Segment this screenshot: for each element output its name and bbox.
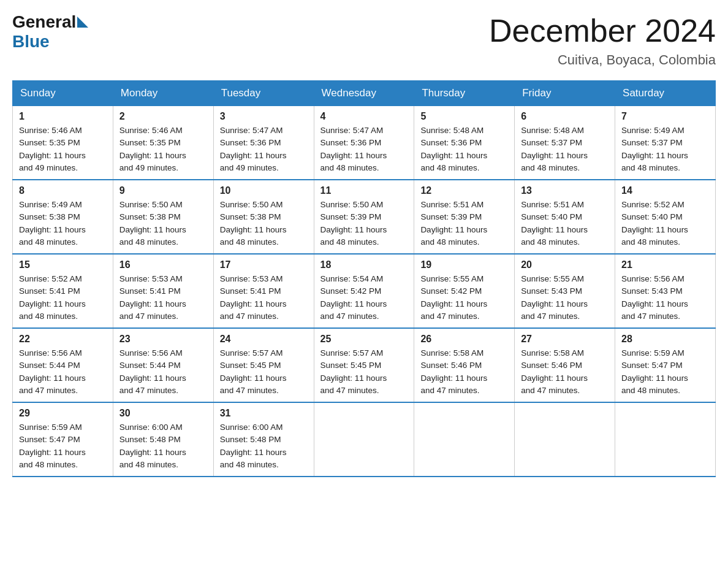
day-info: Sunrise: 5:57 AMSunset: 5:45 PMDaylight:… (220, 347, 308, 397)
header-thursday: Thursday (414, 81, 515, 106)
calendar-cell: 26Sunrise: 5:58 AMSunset: 5:46 PMDayligh… (414, 328, 515, 402)
day-number: 23 (119, 334, 207, 345)
calendar-cell: 19Sunrise: 5:55 AMSunset: 5:42 PMDayligh… (414, 254, 515, 328)
calendar-cell: 2Sunrise: 5:46 AMSunset: 5:35 PMDaylight… (113, 106, 213, 180)
day-number: 10 (220, 185, 308, 196)
calendar-cell: 21Sunrise: 5:56 AMSunset: 5:43 PMDayligh… (615, 254, 716, 328)
calendar-cell: 13Sunrise: 5:51 AMSunset: 5:40 PMDayligh… (515, 180, 615, 254)
calendar-cell: 6Sunrise: 5:48 AMSunset: 5:37 PMDaylight… (515, 106, 615, 180)
header-monday: Monday (113, 81, 213, 106)
calendar-cell: 15Sunrise: 5:52 AMSunset: 5:41 PMDayligh… (13, 254, 113, 328)
calendar-cell: 14Sunrise: 5:52 AMSunset: 5:40 PMDayligh… (615, 180, 716, 254)
day-info: Sunrise: 5:47 AMSunset: 5:36 PMDaylight:… (220, 124, 308, 174)
day-info: Sunrise: 5:49 AMSunset: 5:38 PMDaylight:… (19, 199, 107, 248)
day-info: Sunrise: 5:50 AMSunset: 5:38 PMDaylight:… (119, 199, 207, 248)
day-number: 3 (220, 111, 308, 122)
month-title: December 2024 (489, 12, 716, 49)
calendar-cell (615, 402, 716, 477)
day-number: 15 (19, 259, 107, 270)
header-friday: Friday (515, 81, 615, 106)
day-info: Sunrise: 5:56 AMSunset: 5:43 PMDaylight:… (621, 273, 709, 323)
day-number: 18 (320, 259, 408, 270)
calendar-cell: 10Sunrise: 5:50 AMSunset: 5:38 PMDayligh… (213, 180, 314, 254)
day-info: Sunrise: 5:59 AMSunset: 5:47 PMDaylight:… (19, 421, 107, 471)
day-info: Sunrise: 5:56 AMSunset: 5:44 PMDaylight:… (119, 347, 207, 397)
day-number: 16 (119, 259, 207, 270)
day-number: 20 (521, 259, 609, 270)
day-number: 29 (19, 408, 107, 419)
day-number: 28 (621, 334, 709, 345)
calendar-cell: 30Sunrise: 6:00 AMSunset: 5:48 PMDayligh… (113, 402, 213, 477)
day-number: 1 (19, 111, 107, 122)
calendar-week-row: 29Sunrise: 5:59 AMSunset: 5:47 PMDayligh… (13, 402, 716, 477)
day-number: 6 (521, 111, 609, 122)
calendar-table: SundayMondayTuesdayWednesdayThursdayFrid… (12, 80, 716, 477)
day-info: Sunrise: 5:51 AMSunset: 5:40 PMDaylight:… (521, 199, 609, 248)
day-number: 31 (220, 408, 308, 419)
calendar-cell: 8Sunrise: 5:49 AMSunset: 5:38 PMDaylight… (13, 180, 113, 254)
calendar-cell: 5Sunrise: 5:48 AMSunset: 5:36 PMDaylight… (414, 106, 515, 180)
header-sunday: Sunday (13, 81, 113, 106)
day-number: 24 (220, 334, 308, 345)
day-number: 7 (621, 111, 709, 122)
calendar-cell: 18Sunrise: 5:54 AMSunset: 5:42 PMDayligh… (314, 254, 414, 328)
day-number: 9 (119, 185, 207, 196)
calendar-week-row: 8Sunrise: 5:49 AMSunset: 5:38 PMDaylight… (13, 180, 716, 254)
calendar-cell: 7Sunrise: 5:49 AMSunset: 5:37 PMDaylight… (615, 106, 716, 180)
calendar-cell (414, 402, 515, 477)
day-number: 22 (19, 334, 107, 345)
calendar-cell (314, 402, 414, 477)
calendar-cell: 12Sunrise: 5:51 AMSunset: 5:39 PMDayligh… (414, 180, 515, 254)
day-info: Sunrise: 5:50 AMSunset: 5:39 PMDaylight:… (320, 199, 408, 248)
calendar-cell: 4Sunrise: 5:47 AMSunset: 5:36 PMDaylight… (314, 106, 414, 180)
page-header: General Blue December 2024 Cuitiva, Boya… (12, 12, 716, 68)
logo-blue: Blue (12, 32, 50, 52)
day-info: Sunrise: 5:58 AMSunset: 5:46 PMDaylight:… (521, 347, 609, 397)
day-info: Sunrise: 5:51 AMSunset: 5:39 PMDaylight:… (420, 199, 508, 248)
calendar-cell: 16Sunrise: 5:53 AMSunset: 5:41 PMDayligh… (113, 254, 213, 328)
calendar-cell: 23Sunrise: 5:56 AMSunset: 5:44 PMDayligh… (113, 328, 213, 402)
calendar-cell: 28Sunrise: 5:59 AMSunset: 5:47 PMDayligh… (615, 328, 716, 402)
day-info: Sunrise: 5:55 AMSunset: 5:43 PMDaylight:… (521, 273, 609, 323)
day-number: 19 (420, 259, 508, 270)
calendar-cell: 11Sunrise: 5:50 AMSunset: 5:39 PMDayligh… (314, 180, 414, 254)
day-info: Sunrise: 5:50 AMSunset: 5:38 PMDaylight:… (220, 199, 308, 248)
day-info: Sunrise: 5:53 AMSunset: 5:41 PMDaylight:… (119, 273, 207, 323)
day-info: Sunrise: 5:47 AMSunset: 5:36 PMDaylight:… (320, 124, 408, 174)
day-info: Sunrise: 5:57 AMSunset: 5:45 PMDaylight:… (320, 347, 408, 397)
day-number: 5 (420, 111, 508, 122)
day-info: Sunrise: 5:54 AMSunset: 5:42 PMDaylight:… (320, 273, 408, 323)
logo-arrow-icon (77, 17, 88, 28)
header-tuesday: Tuesday (213, 81, 314, 106)
calendar-header-row: SundayMondayTuesdayWednesdayThursdayFrid… (13, 81, 716, 106)
day-number: 30 (119, 408, 207, 419)
day-info: Sunrise: 5:53 AMSunset: 5:41 PMDaylight:… (220, 273, 308, 323)
day-number: 2 (119, 111, 207, 122)
calendar-cell: 24Sunrise: 5:57 AMSunset: 5:45 PMDayligh… (213, 328, 314, 402)
day-info: Sunrise: 5:59 AMSunset: 5:47 PMDaylight:… (621, 347, 709, 397)
day-info: Sunrise: 6:00 AMSunset: 5:48 PMDaylight:… (220, 421, 308, 471)
calendar-cell: 17Sunrise: 5:53 AMSunset: 5:41 PMDayligh… (213, 254, 314, 328)
calendar-cell: 31Sunrise: 6:00 AMSunset: 5:48 PMDayligh… (213, 402, 314, 477)
day-info: Sunrise: 5:46 AMSunset: 5:35 PMDaylight:… (19, 124, 107, 174)
day-number: 25 (320, 334, 408, 345)
logo-general: General (12, 12, 76, 32)
header-wednesday: Wednesday (314, 81, 414, 106)
calendar-cell: 1Sunrise: 5:46 AMSunset: 5:35 PMDaylight… (13, 106, 113, 180)
header-saturday: Saturday (615, 81, 716, 106)
day-info: Sunrise: 5:56 AMSunset: 5:44 PMDaylight:… (19, 347, 107, 397)
day-number: 12 (420, 185, 508, 196)
calendar-cell: 20Sunrise: 5:55 AMSunset: 5:43 PMDayligh… (515, 254, 615, 328)
day-info: Sunrise: 5:55 AMSunset: 5:42 PMDaylight:… (420, 273, 508, 323)
calendar-cell: 27Sunrise: 5:58 AMSunset: 5:46 PMDayligh… (515, 328, 615, 402)
calendar-week-row: 15Sunrise: 5:52 AMSunset: 5:41 PMDayligh… (13, 254, 716, 328)
day-number: 21 (621, 259, 709, 270)
day-info: Sunrise: 5:52 AMSunset: 5:40 PMDaylight:… (621, 199, 709, 248)
day-number: 11 (320, 185, 408, 196)
title-section: December 2024 Cuitiva, Boyaca, Colombia (489, 12, 716, 68)
calendar-cell: 9Sunrise: 5:50 AMSunset: 5:38 PMDaylight… (113, 180, 213, 254)
day-number: 26 (420, 334, 508, 345)
day-number: 4 (320, 111, 408, 122)
calendar-cell: 3Sunrise: 5:47 AMSunset: 5:36 PMDaylight… (213, 106, 314, 180)
calendar-cell: 29Sunrise: 5:59 AMSunset: 5:47 PMDayligh… (13, 402, 113, 477)
